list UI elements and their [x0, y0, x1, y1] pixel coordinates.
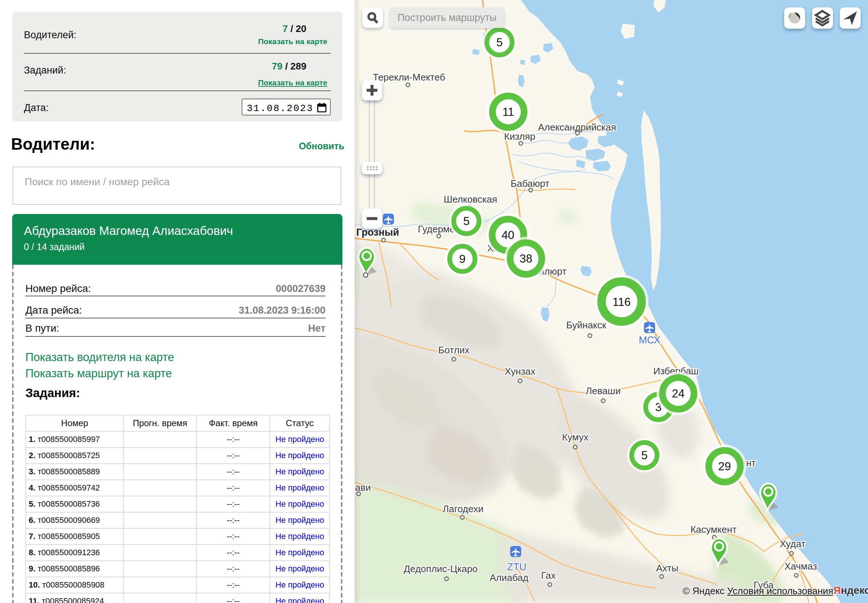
svg-text:Хунзах: Хунзах — [504, 366, 535, 377]
svg-text:Шелковская: Шелковская — [444, 194, 497, 205]
svg-text:МСХ: МСХ — [639, 335, 660, 346]
svg-text:5: 5 — [641, 449, 647, 462]
svg-text:Ахты: Ахты — [656, 563, 679, 574]
svg-text:Бабаюрт: Бабаюрт — [511, 178, 549, 189]
svg-text:116: 116 — [613, 295, 630, 308]
svg-text:Леваши: Леваши — [586, 385, 621, 396]
svg-text:11: 11 — [503, 105, 514, 118]
svg-text:Буйнакск: Буйнакск — [566, 320, 607, 331]
svg-text:Терекли-Мектеб: Терекли-Мектеб — [373, 72, 446, 83]
svg-text:Худат: Худат — [780, 538, 806, 549]
svg-text:Касумкент: Касумкент — [690, 524, 737, 535]
svg-text:Дедоплис-Цкаро: Дедоплис-Цкаро — [404, 563, 477, 574]
svg-text:40: 40 — [502, 229, 514, 241]
svg-text:Лагодехи: Лагодехи — [443, 503, 484, 514]
svg-text:Ботлих: Ботлих — [438, 345, 470, 356]
svg-text:ZTU: ZTU — [507, 561, 526, 572]
svg-text:Кумух: Кумух — [562, 432, 588, 443]
svg-text:5: 5 — [496, 36, 503, 49]
svg-text:Хачмаз: Хачмаз — [784, 561, 817, 572]
svg-text:5: 5 — [463, 215, 469, 227]
svg-text:29: 29 — [718, 460, 731, 473]
svg-text:24: 24 — [672, 387, 684, 400]
svg-text:9: 9 — [459, 253, 465, 266]
svg-text:Гах: Гах — [541, 570, 556, 581]
svg-text:Алиабад: Алиабад — [489, 572, 528, 583]
svg-text:38: 38 — [520, 252, 532, 265]
